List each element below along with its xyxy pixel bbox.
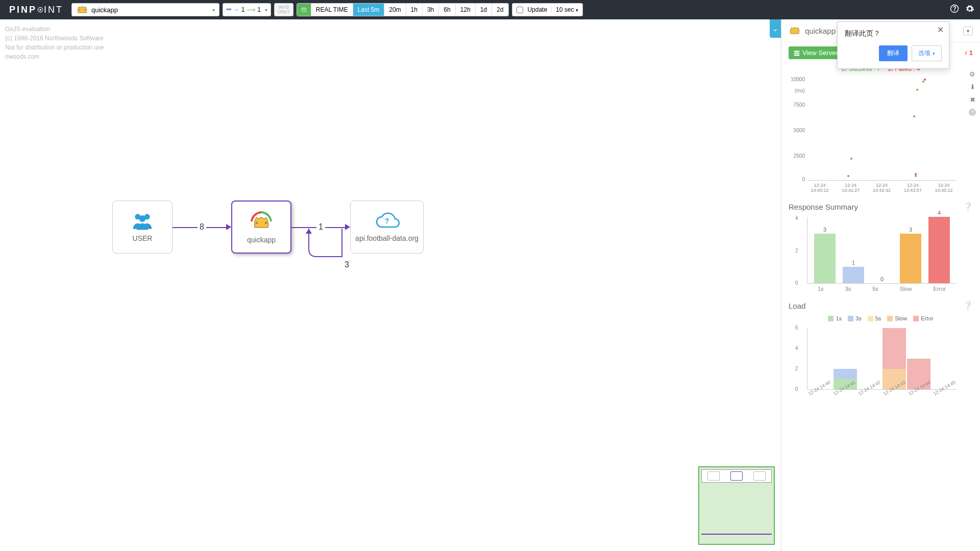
server-map-canvas[interactable]: GoJS evaluation(c) 1998-2016 Northwoods … bbox=[0, 19, 781, 551]
svg-rect-12 bbox=[794, 53, 800, 54]
list-icon bbox=[794, 50, 800, 56]
response-bar-box: 0 2 4 3 1 0 3 4 1s 3s 5s Slow Error bbox=[781, 213, 980, 296]
was-only-toggle[interactable]: WASONLY bbox=[274, 3, 293, 16]
main-area: GoJS evaluation(c) 1998-2016 Northwoods … bbox=[0, 19, 980, 551]
svg-rect-2 bbox=[302, 8, 306, 12]
svg-rect-11 bbox=[794, 51, 800, 52]
tomcat-icon bbox=[76, 4, 88, 16]
time-range-20m[interactable]: 20m bbox=[384, 4, 406, 16]
svg-rect-13 bbox=[794, 55, 800, 56]
response-summary-chart[interactable]: 0 2 4 3 1 0 3 4 bbox=[807, 217, 957, 284]
bar-1s: 3 bbox=[814, 227, 836, 283]
svg-text:?: ? bbox=[385, 217, 389, 225]
legend-1s[interactable]: 1s bbox=[828, 315, 842, 321]
node-app-label: quickapp bbox=[247, 236, 276, 244]
response-summary-header: Response Summary❔ bbox=[781, 197, 980, 213]
time-range-3h[interactable]: 3h bbox=[423, 4, 439, 16]
calendar-icon[interactable] bbox=[297, 4, 311, 16]
legend-error[interactable]: Error bbox=[913, 315, 933, 321]
gear-icon[interactable] bbox=[964, 4, 976, 16]
tomcat-icon bbox=[789, 24, 801, 37]
filter-in-value: 1 bbox=[241, 6, 245, 13]
translate-title: 翻译此页？ bbox=[845, 29, 942, 38]
legend-3s[interactable]: 3s bbox=[848, 315, 862, 321]
node-quickapp[interactable]: quickapp bbox=[231, 201, 291, 254]
settings-icon[interactable]: ⚙ bbox=[969, 70, 975, 78]
arrow-out-icon: ⟶ bbox=[247, 6, 255, 13]
edge-user-to-app: 8 bbox=[173, 222, 231, 232]
refresh-interval[interactable]: 10 sec ▾ bbox=[551, 6, 578, 13]
arrow-in-icon: → bbox=[233, 6, 239, 13]
time-range-2d[interactable]: 2d bbox=[492, 4, 508, 16]
chevron-down-icon: ▾ bbox=[265, 7, 267, 13]
svg-marker-10 bbox=[306, 229, 312, 234]
bar-error: 4 bbox=[928, 210, 950, 283]
update-label: Update bbox=[527, 6, 547, 13]
svg-point-5 bbox=[954, 10, 955, 11]
scatter-chart-box: 10000 (ms) 7500 5000 2500 0 12-24 14:40:… bbox=[781, 74, 980, 197]
time-range-group: REAL TIME Last 5m 20m 1h 3h 6h 12h 1d 2d bbox=[297, 3, 509, 16]
bar-5s: 0 bbox=[871, 276, 893, 283]
sidebar: ⚙ ⬇ ✖ ? quickapp ▾ View Servers r 1 ☑ Su… bbox=[781, 19, 980, 551]
time-range-5m[interactable]: Last 5m bbox=[353, 4, 385, 16]
time-range-12h[interactable]: 12h bbox=[456, 4, 476, 16]
minimap[interactable] bbox=[698, 466, 775, 545]
node-external-api[interactable]: ? api.football-data.org bbox=[350, 201, 424, 254]
svg-point-1 bbox=[39, 9, 41, 11]
svg-point-8 bbox=[139, 215, 146, 222]
top-header: PINPINT quickapp ••• → 1 ⟶ 1 ▾ WASONLY R… bbox=[0, 0, 980, 19]
bar-x-axis: 1s 3s 5s Slow Error bbox=[807, 286, 957, 292]
auto-update: Update 10 sec ▾ bbox=[512, 3, 582, 16]
tomcat-app-icon bbox=[249, 210, 274, 233]
edge-count-3: 3 bbox=[345, 260, 349, 269]
scatter-x-axis: 12-24 14:40:12 12-24 14:41:27 12-24 14:4… bbox=[807, 183, 957, 193]
call-filter[interactable]: ••• → 1 ⟶ 1 ▾ bbox=[223, 3, 271, 16]
response-scatter-chart[interactable]: 10000 (ms) 7500 5000 2500 0 bbox=[807, 79, 957, 181]
node-ext-label: api.football-data.org bbox=[355, 234, 419, 242]
load-header: Load❔ bbox=[781, 296, 980, 312]
logo: PINPINT bbox=[4, 5, 68, 15]
help-icon[interactable] bbox=[948, 4, 961, 16]
cloud-icon: ? bbox=[374, 212, 400, 231]
app-selector[interactable]: quickapp bbox=[71, 3, 219, 16]
help-dot-icon[interactable]: ? bbox=[969, 109, 976, 116]
translate-button[interactable]: 翻译 bbox=[879, 45, 908, 61]
load-x-axis: 12-24 14:40 12-24 14:41 12-24 14:42 12-2… bbox=[807, 392, 957, 397]
legend-5s[interactable]: 5s bbox=[868, 315, 881, 321]
expand-icon[interactable]: ✖ bbox=[970, 96, 975, 104]
node-user-label: USER bbox=[133, 234, 153, 242]
edge-count-1: 1 bbox=[316, 222, 325, 232]
filter-out-value: 1 bbox=[257, 6, 261, 13]
edge-count-8: 8 bbox=[198, 222, 206, 232]
sidebar-app-name: quickapp bbox=[805, 27, 836, 35]
help-dot-icon[interactable]: ❔ bbox=[963, 301, 973, 310]
help-dot-icon[interactable]: ❔ bbox=[963, 202, 973, 211]
close-icon[interactable]: ✕ bbox=[937, 25, 944, 35]
load-legend: 1s 3s 5s Slow Error bbox=[781, 315, 980, 321]
legend-slow[interactable]: Slow bbox=[887, 315, 907, 321]
bar-3s: 1 bbox=[843, 260, 864, 283]
error-indicator: r 1 bbox=[965, 49, 973, 57]
update-checkbox[interactable] bbox=[517, 7, 523, 13]
load-chart-box: 0 2 4 6 12-24 14:4 bbox=[781, 324, 980, 412]
bar-slow: 3 bbox=[900, 227, 921, 283]
time-range-6h[interactable]: 6h bbox=[439, 4, 455, 16]
node-user[interactable]: USER bbox=[112, 201, 173, 254]
minimap-viewport bbox=[701, 469, 772, 483]
realtime-label[interactable]: REAL TIME bbox=[311, 4, 353, 16]
eval-watermark: GoJS evaluation(c) 1998-2016 Northwoods … bbox=[5, 24, 104, 61]
topology-diagram: USER 8 quickapp 1 ? api. bbox=[112, 201, 424, 254]
time-range-1d[interactable]: 1d bbox=[476, 4, 492, 16]
users-icon bbox=[131, 212, 154, 231]
translate-options-button[interactable]: 选项 ▾ bbox=[912, 45, 942, 61]
side-tool-strip: ⚙ ⬇ ✖ ? bbox=[967, 70, 978, 116]
edge-self-loop: 3 bbox=[293, 229, 355, 274]
download-icon[interactable]: ⬇ bbox=[970, 83, 975, 91]
sidebar-dropdown[interactable]: ▾ bbox=[963, 27, 973, 35]
app-selector-label: quickapp bbox=[91, 6, 118, 14]
time-range-1h[interactable]: 1h bbox=[406, 4, 423, 16]
dots-icon: ••• bbox=[226, 6, 231, 13]
sidebar-collapse-toggle[interactable]: ⌄ bbox=[770, 19, 781, 38]
translate-popup: ✕ 翻译此页？ 翻译 选项 ▾ bbox=[837, 21, 949, 69]
